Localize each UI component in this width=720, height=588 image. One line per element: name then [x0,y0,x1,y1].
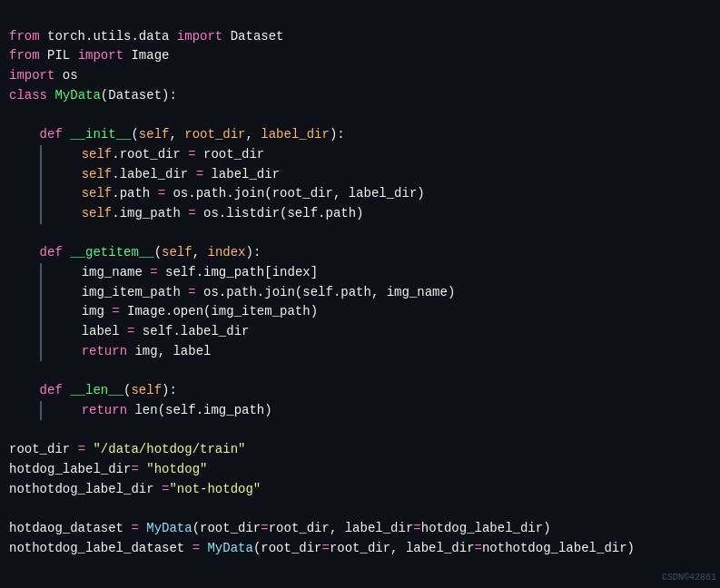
code-line: return img, label [9,342,711,362]
code-line: self.label_dir = label_dir [9,165,711,185]
code-line: label = self.label_dir [9,322,711,342]
code-line: img_item_path = os.path.join(self.path, … [9,283,711,303]
code-line: from PIL import Image [9,46,711,66]
code-line [9,224,711,244]
code-line: self.root_dir = root_dir [9,145,711,165]
code-line [9,361,711,381]
code-line: def __len__(self): [9,381,711,401]
code-line [9,499,711,519]
code-line [9,420,711,440]
code-line: import os [9,66,711,86]
code-line: hotdog_label_dir= "hotdog" [9,460,711,480]
code-line: return len(self.img_path) [9,401,711,421]
code-line: img_name = self.img_path[index] [9,263,711,283]
code-line: self.img_path = os.listdir(self.path) [9,204,711,224]
code-line: hotdaog_dataset = MyData(root_dir=root_d… [9,519,711,539]
code-editor: from torch.utils.data import Datasetfrom… [9,7,711,558]
code-line: nothotdog_label_dir ="not-hotdog" [9,480,711,500]
code-line: img = Image.open(img_item_path) [9,302,711,322]
code-line: nothotdog_label_dataset = MyData(root_di… [9,539,711,559]
code-line: from torch.utils.data import Dataset [9,27,711,47]
code-line: root_dir = "/data/hotdog/train" [9,440,711,460]
code-line: class MyData(Dataset): [9,86,711,106]
code-line: def __init__(self, root_dir, label_dir): [9,125,711,145]
code-line: self.path = os.path.join(root_dir, label… [9,184,711,204]
code-line [9,105,711,125]
code-line: def __getitem__(self, index): [9,243,711,263]
watermark: CSDN©42861 [662,571,716,585]
